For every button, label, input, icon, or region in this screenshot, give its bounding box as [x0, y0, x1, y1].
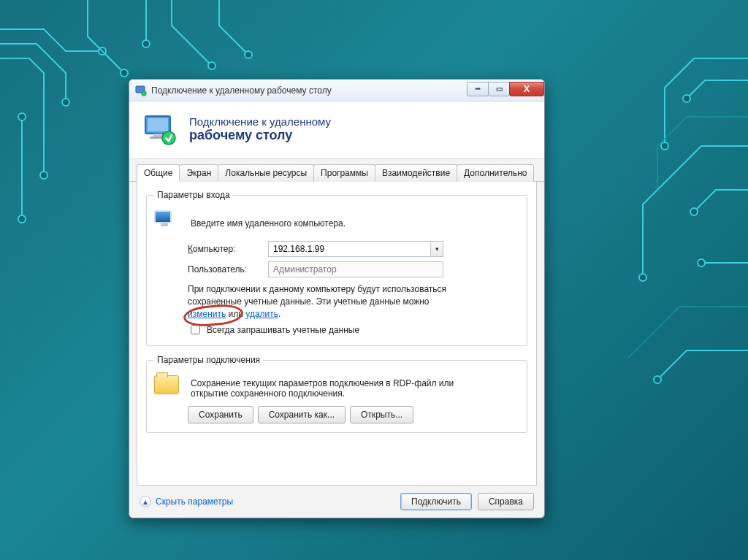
svg-point-21 [162, 131, 175, 145]
svg-point-14 [654, 376, 661, 383]
svg-point-2 [40, 172, 47, 179]
header-line2: рабочему столу [189, 128, 331, 143]
svg-point-12 [690, 208, 698, 215]
minimize-button[interactable]: ━ [467, 82, 489, 96]
fieldset-connection: Параметры подключения Сохранение текущих… [146, 355, 527, 433]
svg-point-0 [99, 47, 106, 55]
dialog-footer: ▲ Скрыть параметры Подключить Справка [129, 486, 544, 518]
svg-point-5 [121, 69, 128, 77]
tab-body-general: Параметры входа Введите имя удаленного к… [137, 181, 537, 486]
computer-input[interactable] [268, 241, 443, 257]
tabstrip: Общие Экран Локальные ресурсы Программы … [129, 164, 544, 182]
link-change-credentials[interactable]: изменить [188, 309, 226, 319]
svg-point-7 [245, 51, 252, 58]
window-title: Подключение к удаленному рабочему столу [151, 85, 332, 96]
header-line1: Подключение к удаленному [189, 115, 331, 128]
folder-icon [154, 375, 180, 402]
chevron-up-icon: ▲ [140, 496, 151, 507]
always-ask-checkbox-row[interactable]: Всегда запрашивать учетные данные Всегда… [188, 323, 519, 337]
tab-programs[interactable]: Программы [313, 164, 375, 182]
svg-point-3 [18, 215, 26, 223]
svg-point-11 [639, 274, 646, 281]
user-input[interactable] [268, 261, 443, 277]
connection-text: Сохранение текущих параметров подключени… [191, 378, 483, 399]
dialog-header: Подключение к удаленному рабочему столу [129, 101, 544, 159]
computer-label: ККомпьютер:омпьютер: [188, 244, 261, 254]
app-icon [135, 85, 147, 96]
svg-point-6 [142, 40, 150, 47]
open-button[interactable]: Открыть... [350, 406, 413, 423]
computer-icon [154, 210, 180, 237]
titlebar[interactable]: Подключение к удаленному рабочему столу … [129, 80, 544, 101]
connect-button[interactable]: Подключить [400, 493, 472, 510]
rdp-dialog-window: Подключение к удаленному рабочему столу … [129, 79, 545, 518]
user-label: Пользователь: [188, 264, 261, 275]
close-button[interactable]: X [509, 82, 544, 96]
svg-point-16 [142, 91, 146, 95]
login-intro: Введите имя удаленного компьютера. [191, 218, 346, 229]
fieldset-login: Параметры входа Введите имя удаленного к… [146, 190, 527, 346]
maximize-button[interactable]: ▭ [488, 82, 510, 96]
rdp-header-icon [142, 112, 178, 147]
link-delete-credentials[interactable]: удалить [245, 309, 278, 319]
svg-point-13 [698, 259, 705, 266]
always-ask-checkbox[interactable] [191, 325, 200, 334]
tab-advanced[interactable]: Дополнительно [457, 164, 534, 182]
svg-point-10 [683, 95, 690, 102]
tab-general[interactable]: Общие [137, 164, 180, 182]
computer-dropdown-button[interactable]: ▾ [430, 242, 443, 256]
legend-connection: Параметры подключения [154, 355, 263, 365]
hide-options-label: Скрыть параметры [156, 496, 233, 507]
svg-point-4 [18, 113, 26, 120]
tab-local[interactable]: Локальные ресурсы [218, 164, 314, 182]
legend-login: Параметры входа [154, 190, 233, 200]
hide-options-link[interactable]: ▲ Скрыть параметры [140, 496, 233, 507]
svg-point-8 [208, 62, 215, 69]
save-as-button[interactable]: Сохранить как... [258, 406, 346, 423]
credentials-note: При подключении к данному компьютеру буд… [188, 283, 465, 320]
svg-rect-18 [148, 118, 168, 131]
help-button[interactable]: Справка [478, 493, 534, 510]
svg-point-1 [62, 99, 69, 106]
tab-experience[interactable]: Взаимодействие [375, 164, 457, 182]
tab-display[interactable]: Экран [179, 164, 218, 182]
save-button[interactable]: Сохранить [188, 406, 253, 423]
always-ask-label: Всегда запрашивать учетные данные [207, 325, 359, 335]
svg-point-9 [661, 142, 668, 150]
svg-rect-19 [153, 134, 162, 137]
